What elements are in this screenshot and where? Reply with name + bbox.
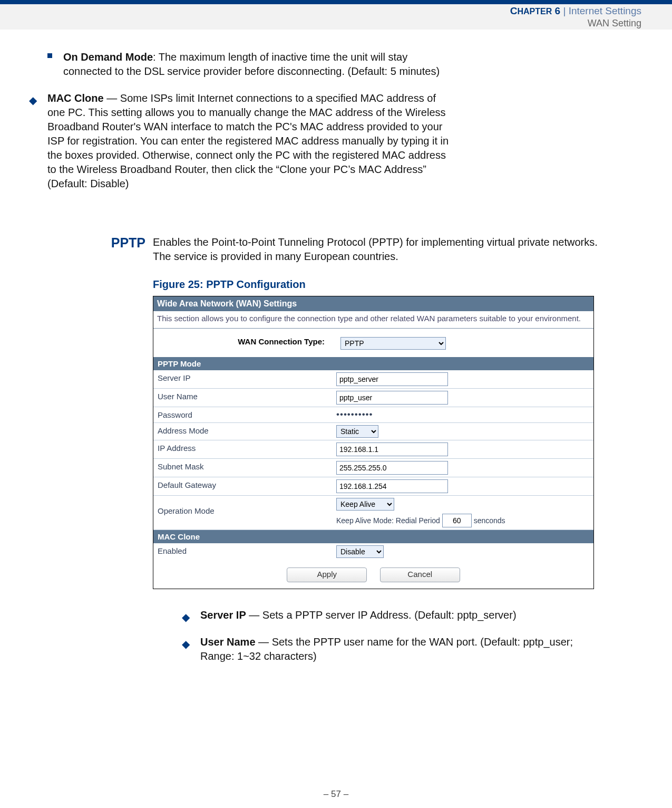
user-name-input[interactable] bbox=[336, 391, 448, 405]
default-gateway-label: Default Gateway bbox=[153, 477, 333, 495]
server-ip-label: Server IP bbox=[153, 370, 333, 388]
mac-enabled-select[interactable]: Disable bbox=[336, 545, 384, 558]
ip-address-label: IP Address bbox=[153, 440, 333, 458]
apply-button[interactable]: Apply bbox=[287, 567, 367, 582]
operation-mode-select[interactable]: Keep Alive bbox=[336, 498, 394, 511]
on-demand-paragraph: On Demand Mode: The maximum length of in… bbox=[0, 50, 453, 79]
ip-address-input[interactable] bbox=[336, 443, 448, 456]
wan-conn-type-label: WAN Connection Type: bbox=[153, 337, 340, 350]
pptp-mode-section: PPTP Mode bbox=[153, 357, 593, 370]
header-subsection: WAN Setting bbox=[588, 18, 641, 28]
header-rule bbox=[0, 0, 672, 4]
diamond-bullet-icon: ◆ bbox=[182, 637, 190, 651]
page-number: – 57 – bbox=[0, 789, 672, 800]
server-ip-desc-text: — Sets a PPTP server IP Address. (Defaul… bbox=[246, 609, 517, 621]
redial-period-input[interactable] bbox=[442, 514, 472, 527]
redial-period-unit: senconds bbox=[474, 516, 505, 525]
header-section: Internet Settings bbox=[569, 5, 641, 16]
pptp-side-heading: PPTP bbox=[111, 235, 145, 251]
diamond-bullet-icon: ◆ bbox=[29, 93, 37, 108]
header-band: CHAPTER CHAPTER 66 | Internet Settings W… bbox=[0, 4, 672, 30]
figure-caption: Figure 25: PPTP Configuration bbox=[153, 278, 606, 291]
password-value: •••••••••• bbox=[336, 409, 373, 419]
wan-settings-title: Wide Area Network (WAN) Settings bbox=[153, 296, 593, 311]
mac-clone-title: MAC Clone bbox=[47, 92, 104, 104]
redial-period-label: Keep Alive Mode: Redial Period bbox=[336, 516, 440, 525]
figure-panel: Wide Area Network (WAN) Settings This se… bbox=[153, 296, 594, 589]
subnet-mask-input[interactable] bbox=[336, 461, 448, 475]
header-separator: | bbox=[560, 5, 569, 16]
wan-conn-type-select[interactable]: PPTP bbox=[340, 337, 446, 350]
wan-settings-description: This section allows you to configure the… bbox=[153, 311, 593, 329]
pptp-intro: Enables the Point-to-Point Tunneling Pro… bbox=[153, 235, 606, 264]
server-ip-input[interactable] bbox=[336, 372, 448, 386]
diamond-bullet-icon: ◆ bbox=[182, 610, 190, 624]
user-name-desc-text: — Sets the PPTP user name for the WAN po… bbox=[200, 636, 573, 662]
address-mode-label: Address Mode bbox=[153, 423, 333, 440]
mac-enabled-label: Enabled bbox=[153, 543, 333, 560]
user-name-paragraph: ◆ User Name — Sets the PPTP user name fo… bbox=[153, 635, 606, 663]
server-ip-desc-title: Server IP bbox=[200, 609, 246, 621]
mac-clone-section: MAC Clone bbox=[153, 530, 593, 543]
cancel-button[interactable]: Cancel bbox=[380, 567, 460, 582]
on-demand-title: On Demand Mode bbox=[63, 51, 153, 63]
user-name-label: User Name bbox=[153, 389, 333, 407]
password-label: Password bbox=[153, 407, 333, 422]
user-name-desc-title: User Name bbox=[200, 636, 256, 648]
subnet-mask-label: Subnet Mask bbox=[153, 459, 333, 477]
server-ip-paragraph: ◆ Server IP — Sets a PPTP server IP Addr… bbox=[153, 608, 606, 622]
default-gateway-input[interactable] bbox=[336, 479, 448, 493]
mac-clone-text: — Some ISPs limit Internet connections t… bbox=[47, 92, 449, 189]
chapter-label: CHAPTER CHAPTER 66 bbox=[510, 5, 560, 16]
address-mode-select[interactable]: Static bbox=[336, 425, 378, 438]
mac-clone-paragraph: ◆ MAC Clone — Some ISPs limit Internet c… bbox=[0, 91, 453, 191]
operation-mode-label: Operation Mode bbox=[153, 496, 333, 530]
square-bullet-icon bbox=[47, 53, 52, 58]
